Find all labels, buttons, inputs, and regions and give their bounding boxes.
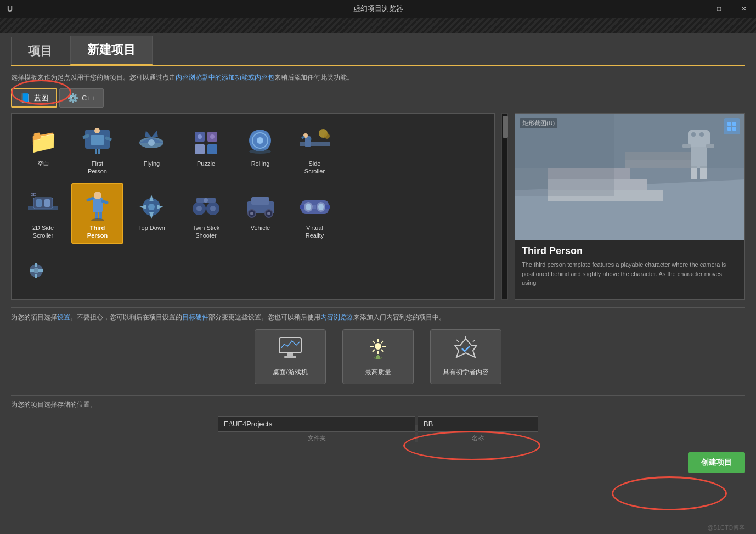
desktop-icon: [277, 336, 304, 364]
svg-point-97: [375, 343, 381, 350]
template-description: 选择模板来作为起点以用于您的新项目。您可以通过点击内容浏览器中的添加功能或内容包…: [11, 66, 745, 88]
svg-point-40: [91, 218, 104, 221]
template-2d-side[interactable]: 2D 2D SideScroller: [17, 183, 69, 244]
bottom-bar: 创建项目: [0, 447, 756, 479]
minimize-button[interactable]: ─: [682, 0, 707, 18]
svg-rect-70: [35, 274, 37, 278]
top-tabs: 项目 新建项目: [11, 33, 745, 66]
svg-point-17: [210, 134, 215, 139]
svg-point-57: [250, 212, 253, 215]
location-row: 文件夹 名称: [11, 416, 745, 442]
template-first-person[interactable]: FirstPerson: [71, 119, 123, 180]
name-input[interactable]: [418, 416, 538, 432]
template-vr[interactable]: VirtualReality: [289, 183, 341, 244]
template-area: 📁 空白 Fir: [11, 113, 745, 300]
svg-text:2D: 2D: [31, 192, 36, 197]
template-blank[interactable]: 📁 空白: [17, 119, 69, 180]
template-row-1: 📁 空白 Fir: [17, 119, 489, 180]
top-down-label: Top Down: [138, 224, 165, 232]
svg-line-103: [381, 350, 383, 352]
svg-marker-43: [149, 195, 154, 201]
tab-projects[interactable]: 项目: [11, 37, 69, 65]
svg-point-58: [267, 212, 270, 215]
svg-point-20: [257, 137, 263, 144]
create-project-button[interactable]: 创建项目: [688, 452, 745, 473]
template-grid[interactable]: 📁 空白 Fir: [11, 113, 495, 300]
svg-rect-66: [325, 205, 330, 209]
template-side-scroller[interactable]: SideScroller: [289, 119, 341, 180]
svg-rect-71: [30, 269, 34, 272]
scroll-thumb: [503, 116, 508, 138]
sub-tab-cpp[interactable]: ⚙️ C++: [59, 88, 104, 108]
template-puzzle[interactable]: Puzzle: [180, 119, 232, 180]
svg-marker-46: [139, 205, 146, 209]
vr-label: VirtualReality: [306, 224, 324, 240]
preview-image: 矩形截图(R): [515, 114, 744, 240]
svg-point-21: [249, 149, 271, 154]
third-person-label: ThirdPerson: [87, 224, 108, 240]
maximize-button[interactable]: □: [707, 0, 731, 18]
other-icon: [24, 252, 63, 285]
svg-rect-32: [44, 199, 50, 207]
svg-marker-10: [145, 131, 151, 137]
sub-tab-cpp-label: C++: [82, 94, 95, 102]
path-input[interactable]: [218, 416, 415, 432]
svg-point-50: [210, 206, 216, 211]
svg-rect-69: [35, 263, 37, 267]
svg-rect-3: [98, 149, 100, 154]
starter-label: 具有初学者内容: [443, 368, 489, 377]
close-button[interactable]: ✕: [731, 0, 756, 18]
template-scrollbar[interactable]: [501, 113, 508, 300]
rolling-label: Rolling: [251, 160, 270, 167]
svg-marker-9: [151, 131, 158, 137]
svg-rect-96: [284, 356, 296, 358]
preview-corner-icon: [724, 118, 740, 134]
settings-section: 为您的项目选择设置。不要担心，您可以稍后在项目设置的目标硬件部分变更这些设置。您…: [11, 307, 745, 384]
svg-point-52: [204, 198, 208, 203]
svg-marker-45: [149, 212, 154, 219]
template-third-person[interactable]: ThirdPerson: [71, 183, 123, 244]
svg-rect-91: [732, 122, 736, 126]
svg-line-109: [375, 357, 375, 359]
quality-btn[interactable]: 最高质量: [342, 329, 414, 384]
template-top-down[interactable]: Top Down: [126, 183, 178, 244]
svg-rect-93: [732, 127, 736, 131]
header-stripe: [0, 18, 756, 33]
tab-new-project[interactable]: 新建项目: [70, 36, 153, 65]
svg-point-42: [148, 204, 155, 210]
blank-icon: 📁: [24, 125, 63, 158]
svg-line-110: [381, 357, 381, 359]
svg-rect-94: [279, 338, 301, 353]
svg-rect-65: [300, 205, 304, 209]
svg-rect-31: [36, 199, 42, 207]
create-annotation-circle: [612, 476, 727, 510]
folder-label: 文件夹: [308, 434, 326, 442]
sub-tab-blueprint[interactable]: 📘 蓝图: [11, 88, 57, 108]
template-vehicle[interactable]: Vehicle: [234, 183, 286, 244]
template-rolling[interactable]: Rolling: [234, 119, 286, 180]
top-down-icon: [133, 189, 171, 222]
vehicle-icon: [241, 189, 280, 222]
settings-buttons: 桌面/游戏机: [11, 329, 745, 384]
template-flying[interactable]: Flying: [126, 119, 178, 180]
svg-point-63: [318, 204, 324, 210]
preview-panel: 矩形截图(R) Third Person The third person te…: [515, 113, 745, 300]
template-other[interactable]: [17, 247, 69, 292]
quality-label: 最高质量: [365, 368, 391, 377]
svg-point-16: [198, 134, 202, 139]
svg-point-68: [33, 268, 39, 273]
template-twin-stick[interactable]: Twin StickShooter: [180, 183, 232, 244]
preview-description: The third person template features a pla…: [515, 260, 744, 293]
puzzle-icon: [187, 125, 225, 158]
name-label: 名称: [472, 434, 484, 442]
settings-description: 为您的项目选择设置。不要担心，您可以稍后在项目设置的目标硬件部分变更这些设置。您…: [11, 312, 745, 323]
main-content: 项目 新建项目 选择模板来作为起点以用于您的新项目。您可以通过点击内容浏览器中的…: [0, 33, 756, 442]
svg-point-28: [324, 133, 330, 139]
puzzle-label: Puzzle: [197, 160, 215, 167]
starter-btn[interactable]: 具有初学者内容: [430, 329, 501, 384]
desktop-btn[interactable]: 桌面/游戏机: [255, 329, 326, 384]
vr-icon: [296, 189, 334, 222]
svg-rect-1: [91, 135, 104, 145]
svg-point-11: [148, 139, 155, 146]
svg-line-113: [473, 340, 475, 342]
